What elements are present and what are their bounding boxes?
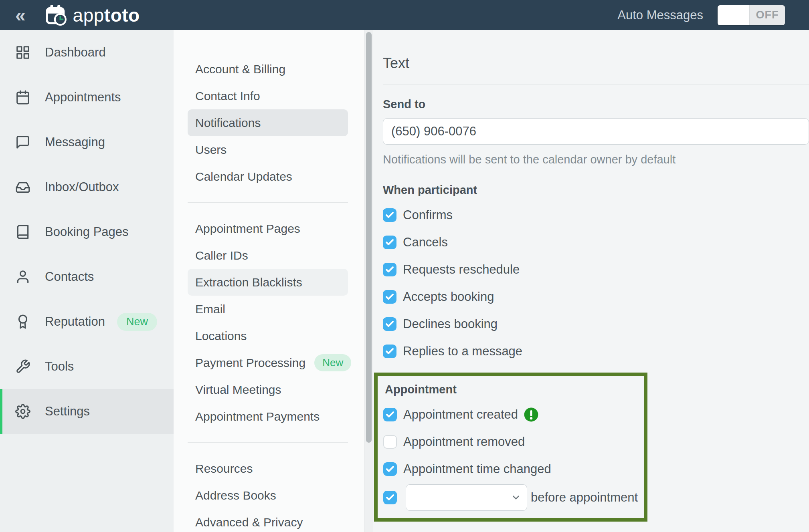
option-row-appointment-removed: Appointment removed	[383, 428, 640, 455]
nav-item-advanced-privacy[interactable]: Advanced & Privacy	[174, 509, 364, 532]
appointment-created-checkbox[interactable]	[383, 408, 397, 421]
sidebar-item-reputation[interactable]: Reputation New	[0, 299, 174, 344]
toggle-off-label: OFF	[750, 5, 785, 25]
sidebar-item-label: Messaging	[45, 135, 105, 149]
grid-icon	[15, 45, 30, 60]
appointment-time-changed-checkbox[interactable]	[383, 462, 397, 476]
sidebar-item-contacts[interactable]: Contacts	[0, 254, 174, 299]
nav-item-notifications[interactable]: Notifications	[188, 109, 348, 136]
sidebar-item-label: Dashboard	[45, 45, 106, 60]
before-appointment-checkbox[interactable]	[383, 491, 397, 504]
gear-icon	[15, 404, 30, 419]
option-row-requests-reschedule: Requests reschedule	[383, 256, 809, 283]
send-to-helper-text: Notifications will be sent to the calend…	[383, 153, 809, 166]
option-label: Cancels	[403, 235, 448, 250]
nav-item-extraction-blacklists[interactable]: Extraction Blacklists	[188, 269, 348, 296]
new-badge: New	[117, 313, 157, 331]
sidebar-item-tools[interactable]: Tools	[0, 344, 174, 389]
sidebar-item-label: Appointments	[45, 90, 121, 105]
appointment-section-highlight-box: Appointment Appointment created Appointm…	[374, 373, 647, 522]
notifications-settings-content: Text Send to Notifications will be sent …	[373, 30, 809, 532]
nav-item-locations[interactable]: Locations	[174, 322, 364, 349]
requests-reschedule-checkbox[interactable]	[383, 263, 396, 276]
nav-item-appointment-payments[interactable]: Appointment Payments	[174, 403, 364, 430]
option-row-appointment-created: Appointment created	[383, 401, 640, 428]
sidebar-item-label: Reputation	[45, 314, 105, 329]
calendar-clock-logo-icon	[46, 4, 67, 26]
send-to-input[interactable]	[383, 118, 809, 145]
option-label: Appointment removed	[403, 435, 525, 449]
wrench-icon	[15, 359, 30, 374]
sidebar-item-settings[interactable]: Settings	[0, 389, 174, 434]
sidebar-item-label: Tools	[45, 359, 74, 374]
nav-item-account-billing[interactable]: Account & Billing	[174, 56, 364, 83]
when-participant-label: When participant	[383, 183, 809, 197]
option-row-cancels: Cancels	[383, 229, 809, 256]
confirms-checkbox[interactable]	[383, 208, 396, 222]
nav-item-calendar-updates[interactable]: Calendar Updates	[174, 163, 364, 190]
apptoto-logo[interactable]: apptoto	[46, 4, 140, 26]
option-row-appointment-time-changed: Appointment time changed	[383, 455, 640, 483]
nav-item-virtual-meetings[interactable]: Virtual Meetings	[174, 376, 364, 403]
primary-sidebar: Dashboard Appointments Messaging Inbox/O…	[0, 30, 174, 532]
option-label: Requests reschedule	[403, 262, 520, 277]
before-appointment-select[interactable]	[406, 484, 527, 511]
accepts-booking-checkbox[interactable]	[383, 290, 396, 304]
top-bar: « apptoto Auto Messages OFF	[0, 0, 809, 30]
sidebar-item-dashboard[interactable]: Dashboard	[0, 30, 174, 75]
nav-item-users[interactable]: Users	[174, 136, 364, 163]
declines-booking-checkbox[interactable]	[383, 317, 396, 331]
sidebar-item-appointments[interactable]: Appointments	[0, 75, 174, 120]
scrollbar-track[interactable]	[364, 30, 373, 532]
option-label: Appointment time changed	[403, 462, 551, 476]
divider	[383, 84, 809, 85]
inbox-icon	[15, 179, 30, 195]
person-icon	[15, 269, 30, 284]
toggle-knob[interactable]	[718, 5, 750, 25]
nav-divider	[188, 202, 348, 203]
before-appointment-row: before appointment	[383, 483, 640, 512]
nav-item-payment-processing[interactable]: Payment Processing New	[174, 349, 364, 376]
nav-item-appointment-pages[interactable]: Appointment Pages	[174, 215, 364, 242]
nav-item-resources[interactable]: Resources	[174, 455, 364, 482]
option-row-accepts-booking: Accepts booking	[383, 283, 809, 310]
appointment-removed-checkbox[interactable]	[383, 435, 397, 449]
settings-nav-panel: Account & Billing Contact Info Notificat…	[174, 30, 364, 532]
sidebar-item-booking-pages[interactable]: Booking Pages	[0, 210, 174, 254]
nav-item-address-books[interactable]: Address Books	[174, 482, 364, 509]
send-to-label: Send to	[383, 97, 809, 111]
collapse-sidebar-icon[interactable]: «	[15, 6, 26, 24]
logo-text: apptoto	[73, 4, 140, 26]
nav-divider	[188, 442, 348, 443]
nav-item-email[interactable]: Email	[174, 296, 364, 322]
chat-bubble-icon	[15, 135, 30, 150]
option-label: Appointment created	[403, 407, 518, 422]
new-badge: New	[314, 354, 351, 371]
scrollbar-thumb[interactable]	[366, 32, 372, 443]
nav-item-label: Payment Processing	[195, 356, 305, 370]
replies-to-message-checkbox[interactable]	[383, 345, 396, 358]
option-row-confirms: Confirms	[383, 202, 809, 229]
sidebar-item-label: Booking Pages	[45, 225, 129, 239]
sidebar-item-messaging[interactable]: Messaging	[0, 120, 174, 165]
option-label: Replies to a message	[403, 344, 522, 359]
auto-messages-toggle[interactable]: OFF	[718, 5, 785, 25]
award-icon	[15, 314, 30, 329]
cancels-checkbox[interactable]	[383, 236, 396, 249]
nav-item-contact-info[interactable]: Contact Info	[174, 83, 364, 109]
appointment-label: Appointment	[385, 383, 640, 396]
page-title: Text	[383, 55, 809, 72]
participant-options: Confirms Cancels Requests reschedule Acc…	[383, 202, 809, 365]
option-label: Confirms	[403, 208, 453, 222]
chevron-down-icon	[511, 492, 521, 503]
sidebar-item-label: Contacts	[45, 270, 94, 284]
nav-item-caller-ids[interactable]: Caller IDs	[174, 242, 364, 269]
alert-exclamation-icon[interactable]	[524, 407, 539, 422]
auto-messages-label: Auto Messages	[617, 8, 703, 22]
book-icon	[15, 224, 30, 240]
sidebar-item-inbox-outbox[interactable]: Inbox/Outbox	[0, 165, 174, 210]
calendar-icon	[15, 90, 30, 105]
option-row-replies-to-message: Replies to a message	[383, 338, 809, 365]
sidebar-item-label: Settings	[45, 404, 90, 419]
appointment-options: Appointment created Appointment removed …	[383, 401, 640, 512]
